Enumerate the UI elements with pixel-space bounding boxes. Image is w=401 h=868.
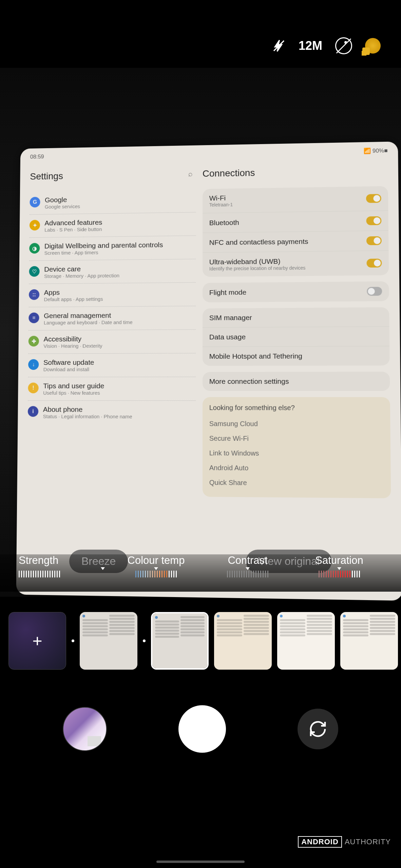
subject-setting-icon: ◑ bbox=[29, 243, 40, 254]
subject-toggle bbox=[366, 236, 382, 245]
subject-toggle bbox=[367, 287, 382, 296]
adjustment-colour-temp[interactable]: Colour temp bbox=[110, 554, 202, 592]
subject-connections-title: Connections bbox=[203, 165, 388, 179]
subject-connection-item: Flight mode bbox=[203, 281, 389, 302]
subject-setting-title: Apps bbox=[44, 288, 103, 297]
filter-thumbnail-selected[interactable] bbox=[151, 612, 209, 670]
subject-connection-section: Wi-FiTeletraan-1BluetoothNFC and contact… bbox=[203, 186, 389, 277]
subject-setting-item: i About phone Status · Legal information… bbox=[28, 401, 196, 425]
filter-thumbnail[interactable] bbox=[80, 612, 137, 670]
subject-connection-section: SIM managerData usageMobile Hotspot and … bbox=[203, 307, 390, 366]
subject-setting-icon: ♡ bbox=[29, 266, 40, 277]
adjustment-contrast[interactable]: Contrast bbox=[202, 554, 293, 592]
subject-looking-link: Quick Share bbox=[209, 475, 384, 491]
filter-separator bbox=[72, 639, 74, 642]
subject-setting-sub: Default apps · App settings bbox=[44, 296, 103, 302]
subject-setting-icon: ≡ bbox=[28, 313, 39, 323]
subject-setting-item: G Google Google services bbox=[30, 189, 196, 215]
subject-looking-link: Link to Windows bbox=[209, 446, 384, 461]
adjustment-strength[interactable]: Strength bbox=[19, 554, 110, 592]
filter-thumbnail[interactable] bbox=[214, 612, 272, 670]
subject-connection-item: NFC and contactless payments bbox=[203, 231, 389, 253]
subject-connection-item: Wi-FiTeletraan-1 bbox=[203, 186, 388, 213]
subject-setting-sub: Status · Legal information · Phone name bbox=[43, 413, 132, 419]
adjustment-saturation[interactable]: Saturation bbox=[293, 554, 385, 592]
subject-setting-item: ↓ Software update Download and install bbox=[28, 353, 196, 377]
viewfinder-subject-tablet: 08:59 📶 90%■ Settings ⌕ G Google Google … bbox=[16, 141, 401, 600]
filter-thumbnail-strip: + bbox=[8, 610, 401, 671]
subject-setting-title: Accessibility bbox=[43, 335, 102, 343]
filter-effects-icon[interactable] bbox=[365, 38, 381, 54]
adjustment-sliders: Strength Colour temp Contrast Saturation… bbox=[0, 554, 401, 592]
adjustment-label: Saturation bbox=[293, 554, 385, 567]
subject-setting-sub: Storage · Memory · App protection bbox=[44, 273, 119, 279]
subject-setting-title: General management bbox=[44, 311, 133, 320]
subject-connection-item: SIM manager bbox=[203, 307, 389, 328]
camera-top-bar: 12M bbox=[272, 37, 381, 54]
watermark-brand: ANDROID bbox=[298, 836, 342, 848]
subject-setting-icon: ✦ bbox=[30, 220, 40, 230]
adjustment-ticks[interactable] bbox=[110, 571, 202, 578]
subject-setting-sub: Vision · Hearing · Dexterity bbox=[43, 343, 102, 349]
subject-setting-icon: ! bbox=[28, 382, 38, 393]
subject-looking-section: Looking for something else? Samsung Clou… bbox=[203, 397, 391, 498]
subject-toggle bbox=[366, 259, 382, 268]
camera-bottom-controls bbox=[0, 705, 401, 753]
subject-toggle bbox=[366, 194, 381, 203]
flash-icon[interactable] bbox=[272, 39, 286, 53]
shutter-button[interactable] bbox=[178, 705, 226, 753]
subject-setting-icon: :: bbox=[29, 289, 39, 300]
adjustment-label: Film grain bbox=[385, 554, 401, 567]
subject-setting-title: Device care bbox=[44, 264, 119, 273]
subject-setting-title: About phone bbox=[43, 406, 132, 414]
adjustment-ticks[interactable] bbox=[202, 571, 293, 578]
subject-setting-sub: Download and install bbox=[43, 367, 94, 372]
watermark: ANDROID AUTHORITY bbox=[298, 836, 391, 848]
adjustment-label: Colour temp bbox=[110, 554, 202, 567]
motion-photo-icon[interactable] bbox=[335, 37, 352, 54]
watermark-rest: AUTHORITY bbox=[345, 837, 391, 846]
subject-setting-item: ✦ Advanced features Labs · S Pen · Side … bbox=[30, 212, 196, 238]
subject-setting-item: ≡ General management Language and keyboa… bbox=[28, 306, 196, 331]
filter-thumbnail[interactable] bbox=[277, 612, 335, 670]
subject-setting-title: Advanced features bbox=[44, 218, 102, 227]
add-filter-button[interactable]: + bbox=[8, 612, 66, 670]
adjustment-ticks[interactable] bbox=[19, 571, 110, 578]
gallery-thumbnail-button[interactable] bbox=[63, 707, 107, 751]
switch-camera-button[interactable] bbox=[298, 709, 338, 749]
subject-settings-title: Settings ⌕ bbox=[30, 169, 196, 182]
subject-setting-sub: Labs · S Pen · Side button bbox=[44, 226, 102, 233]
subject-looking-link: Android Auto bbox=[209, 460, 384, 476]
subject-setting-sub: Useful tips · New features bbox=[43, 390, 104, 396]
subject-setting-icon: G bbox=[30, 197, 40, 207]
subject-setting-sub: Language and keyboard · Date and time bbox=[44, 319, 133, 326]
subject-setting-title: Software update bbox=[43, 358, 94, 367]
subject-setting-title: Tips and user guide bbox=[43, 382, 104, 390]
subject-toggle bbox=[366, 216, 381, 225]
subject-setting-title: Digital Wellbeing and parental controls bbox=[44, 241, 163, 250]
subject-connection-item: Mobile Hotspot and Tethering bbox=[203, 346, 390, 366]
adjustment-label: Strength bbox=[19, 554, 110, 567]
camera-viewfinder[interactable]: 08:59 📶 90%■ Settings ⌕ G Google Google … bbox=[0, 68, 401, 597]
adjustment-film-grain[interactable]: Film grain bbox=[385, 554, 401, 592]
subject-looking-link: Samsung Cloud bbox=[209, 416, 383, 432]
nav-bar-handle[interactable] bbox=[156, 861, 245, 863]
adjustment-ticks[interactable] bbox=[385, 571, 401, 578]
subject-connection-section: More connection settings bbox=[203, 372, 390, 391]
subject-connection-item: Data usage bbox=[203, 327, 389, 347]
subject-setting-title: Google bbox=[45, 196, 80, 204]
subject-connection-section: Flight mode bbox=[203, 281, 389, 302]
resolution-label[interactable]: 12M bbox=[299, 39, 322, 53]
adjustment-label: Contrast bbox=[202, 554, 293, 567]
search-icon: ⌕ bbox=[188, 170, 192, 178]
looking-head: Looking for something else? bbox=[209, 404, 383, 412]
subject-setting-item: ◑ Digital Wellbeing and parental control… bbox=[29, 236, 196, 261]
subject-setting-item: :: Apps Default apps · App settings bbox=[29, 283, 196, 308]
subject-connection-item: Bluetooth bbox=[203, 211, 388, 233]
adjustment-ticks[interactable] bbox=[293, 571, 385, 578]
filter-separator bbox=[143, 639, 146, 642]
subject-setting-item: ♡ Device care Storage · Memory · App pro… bbox=[29, 259, 196, 284]
filter-thumbnail[interactable] bbox=[340, 612, 398, 670]
subject-connection-item: Ultra-wideband (UWB)Identify the precise… bbox=[203, 251, 389, 277]
subject-setting-icon: ↓ bbox=[28, 359, 39, 370]
